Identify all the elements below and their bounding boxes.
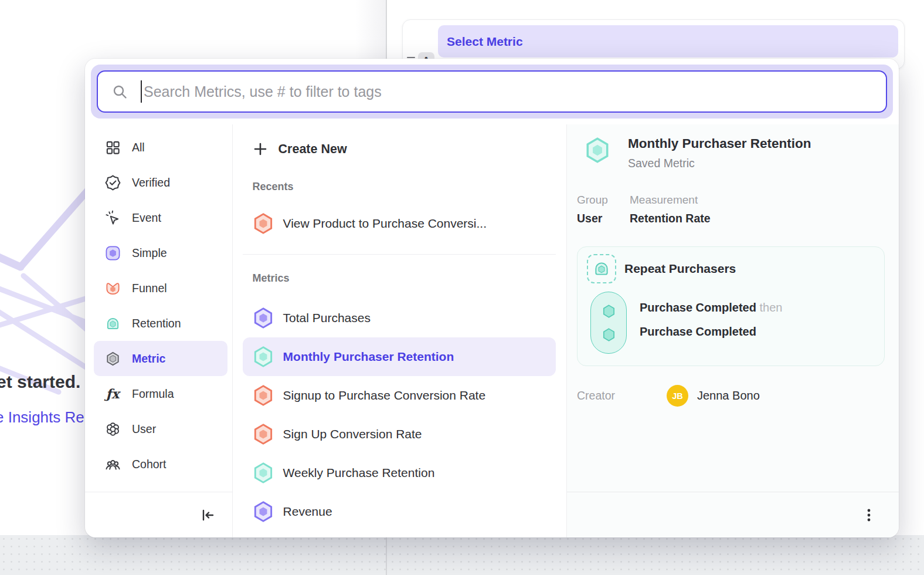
collapse-left-icon [201, 508, 216, 523]
cohort-icon [104, 456, 121, 472]
list-item-monthly-purchaser-retention[interactable]: Monthly Purchaser Retention [243, 337, 556, 376]
funnel-metric-hexagon-icon [253, 424, 274, 445]
getting-started-heading-fragment: et started. [0, 372, 80, 392]
saved-metric-hexagon-icon [585, 137, 610, 163]
canvas-bottom-band [0, 535, 924, 575]
list-item-recent-metric[interactable]: View Product to Purchase Conversi... [243, 205, 556, 242]
sidebar-item-label: Metric [132, 352, 165, 366]
retention-metric-hexagon-icon [253, 346, 274, 367]
funnel-icon [104, 280, 121, 296]
sidebar-item-label: Funnel [132, 282, 167, 295]
sidebar-item-simple[interactable]: Simple [94, 235, 227, 270]
funnel-metric-hexagon-icon [253, 213, 274, 234]
list-item-sign-up-conversion-rate[interactable]: Sign Up Conversion Rate [243, 415, 556, 454]
create-new-label: Create New [278, 142, 347, 157]
group-label: Group [577, 194, 630, 207]
metric-hexagon-icon [253, 501, 274, 522]
measurement-label: Measurement [630, 194, 711, 207]
user-cluster-icon [104, 421, 121, 437]
section-label-recents: Recents [253, 181, 556, 193]
collapse-sidebar-button[interactable] [201, 508, 216, 523]
metric-definition-card: Repeat Purchasers Purchase Completed the… [577, 246, 885, 366]
sidebar-item-label: Verified [132, 176, 170, 190]
filter-sidebar: All Verified Event [85, 124, 233, 537]
sidebar-item-all[interactable]: All [94, 130, 227, 165]
list-item-label: View Product to Purchase Conversi... [283, 217, 487, 231]
definition-name: Repeat Purchasers [624, 262, 736, 276]
sidebar-item-label: Formula [132, 387, 174, 401]
event-hexagon-icon [601, 303, 617, 319]
sidebar-item-retention[interactable]: Retention [94, 306, 227, 341]
sidebar-item-label: Event [132, 211, 161, 225]
list-item-revenue[interactable]: Revenue [243, 492, 556, 531]
metric-detail-panel: Monthly Purchaser Retention Saved Metric… [567, 124, 899, 537]
grid-icon [104, 139, 121, 155]
metric-hexagon-icon [253, 307, 274, 329]
list-item-signup-to-purchase-conversion-rate[interactable]: Signup to Purchase Conversion Rate [243, 376, 556, 415]
sidebar-item-label: Retention [132, 317, 181, 330]
group-value: User [577, 212, 630, 225]
sidebar-item-event[interactable]: Event [94, 200, 227, 235]
list-item-label: Weekly Purchase Retention [283, 466, 435, 480]
creator-name: Jenna Bono [697, 389, 760, 402]
step-connector: then [760, 301, 783, 314]
step-event-name: Purchase Completed [640, 325, 756, 338]
detail-footer [567, 492, 899, 537]
metric-picker-modal: Search Metrics, use # to filter to tags … [85, 59, 899, 537]
insights-report-link-fragment[interactable]: e Insights Re [0, 408, 84, 427]
simple-metric-icon [104, 245, 121, 261]
more-options-button[interactable] [861, 508, 877, 523]
search-icon [112, 84, 128, 100]
creator-row: Creator JB Jenna Bono [577, 385, 885, 407]
list-item-label: Sign Up Conversion Rate [283, 427, 422, 441]
detail-title: Monthly Purchaser Retention [628, 136, 811, 151]
list-item-weekly-purchase-retention[interactable]: Weekly Purchase Retention [243, 454, 556, 492]
retention-definition-icon [587, 254, 616, 283]
sidebar-footer [85, 492, 232, 537]
sidebar-item-verified[interactable]: Verified [94, 165, 227, 200]
create-new-button[interactable]: Create New [243, 134, 566, 164]
badge-check-icon [104, 174, 121, 191]
funnel-metric-hexagon-icon [253, 385, 274, 406]
detail-header: Monthly Purchaser Retention Saved Metric [585, 136, 885, 170]
search-input[interactable]: Search Metrics, use # to filter to tags [97, 70, 887, 113]
list-item-label: Total Purchases [283, 311, 371, 325]
detail-subtitle: Saved Metric [628, 157, 811, 170]
measurement-value: Retention Rate [630, 212, 711, 225]
sidebar-item-metric[interactable]: Metric [94, 341, 227, 376]
definition-steps: Purchase Completed then Purchase Complet… [640, 292, 782, 354]
step-event-name: Purchase Completed [640, 301, 756, 314]
creator-avatar[interactable]: JB [667, 385, 688, 407]
sidebar-item-cohort[interactable]: Cohort [94, 447, 227, 482]
section-divider [243, 254, 556, 255]
formula-icon: ƒx [104, 385, 121, 402]
sidebar-item-user[interactable]: User [94, 411, 227, 447]
retention-icon [104, 315, 121, 332]
sidebar-item-formula[interactable]: ƒx Formula [94, 376, 227, 411]
event-sequence-capsule [590, 292, 627, 354]
creator-label: Creator [577, 389, 667, 402]
cursor-spark-icon [104, 209, 121, 226]
list-item-label: Revenue [283, 505, 332, 519]
list-item-total-purchases[interactable]: Total Purchases [243, 299, 556, 337]
metric-hexagon-icon [104, 350, 121, 367]
sidebar-item-label: All [132, 141, 145, 154]
sidebar-item-label: Simple [132, 246, 167, 260]
sidebar-item-funnel[interactable]: Funnel [94, 270, 227, 306]
list-item-label: Signup to Purchase Conversion Rate [283, 388, 486, 402]
sidebar-item-label: User [132, 422, 156, 436]
list-item-label: Monthly Purchaser Retention [283, 350, 454, 364]
sidebar-item-label: Cohort [132, 458, 167, 471]
select-metric-button[interactable]: Select Metric [438, 25, 898, 58]
retention-metric-hexagon-icon [253, 462, 274, 483]
text-caret [141, 80, 142, 103]
detail-meta: Group User Measurement Retention Rate [577, 194, 885, 225]
event-hexagon-icon [601, 327, 617, 343]
section-label-metrics: Metrics [253, 272, 556, 285]
plus-icon [253, 141, 268, 157]
search-area: Search Metrics, use # to filter to tags [91, 65, 893, 119]
kebab-menu-icon [861, 508, 877, 523]
metric-list-column: Create New Recents View Product to Purch… [233, 124, 567, 537]
search-placeholder: Search Metrics, use # to filter to tags [144, 83, 382, 100]
